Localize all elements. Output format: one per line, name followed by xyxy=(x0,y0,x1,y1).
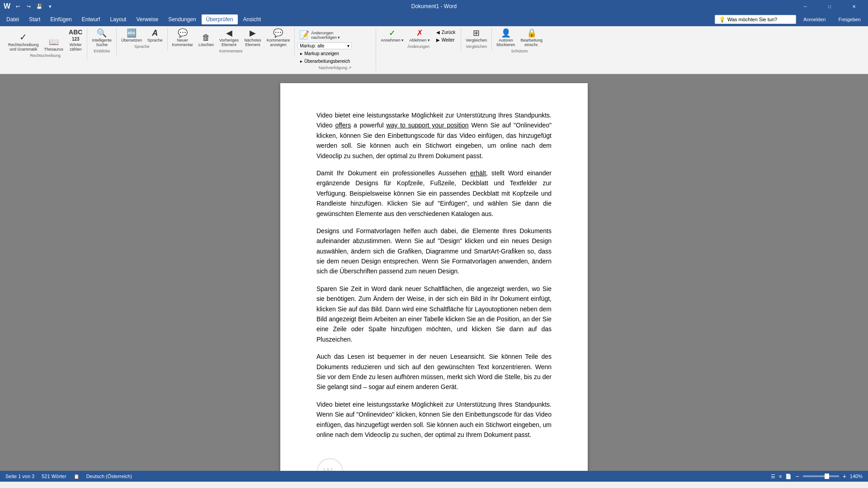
bearbeitung-einschraenken-button[interactable]: 🔒 Bearbeitungeinschr. xyxy=(519,28,544,48)
back-icon: ◀ xyxy=(436,30,440,35)
markup-dropdown[interactable]: Markup: alle ▾ xyxy=(297,42,352,49)
group-kommentare: 💬 NeuerKommentar 🗑 Löschen ◀ VorherigesE… xyxy=(168,28,295,55)
zoom-in-button[interactable]: + xyxy=(843,473,846,480)
group-label-schuetzen: Schützen xyxy=(495,49,544,53)
menu-einfuegen[interactable]: Einfügen xyxy=(46,14,76,24)
title-bar-left: W ↩ ↪ 💾 ▾ xyxy=(4,2,55,11)
undo-button[interactable]: ↩ xyxy=(13,2,22,11)
logo-area: W xyxy=(316,458,552,471)
uebersetzen-button[interactable]: 🔤 Übersetzen xyxy=(119,28,144,43)
save-button[interactable]: 💾 xyxy=(35,2,44,11)
annehmen-button[interactable]: ✓ Annehmen ▾ xyxy=(379,28,406,43)
neuer-kommentar-button[interactable]: 💬 NeuerKommentar xyxy=(170,28,195,48)
nav-buttons: ◀ Zurück ▶ Weiter xyxy=(434,29,458,43)
sign-in-button[interactable]: Anmelden xyxy=(800,15,830,24)
markup-anzeigen-button[interactable]: ▸ Markup anzeigen xyxy=(297,50,342,57)
prev-icon: ◀ xyxy=(226,29,232,37)
group-body-kommentare: 💬 NeuerKommentar 🗑 Löschen ◀ VorherigesE… xyxy=(170,28,292,48)
group-rechtschreibung: ✓ Rechtschreibungund Grammatik 📖 Thesaur… xyxy=(4,28,87,60)
zoom-slider[interactable] xyxy=(803,475,839,477)
compare-icon: ⊞ xyxy=(473,29,480,37)
weiter-button[interactable]: ▶ Weiter xyxy=(434,37,458,43)
restrict-edit-icon: 🔒 xyxy=(527,29,537,37)
share-button[interactable]: Freigeben xyxy=(833,15,866,24)
group-label-rechtschreibung: Rechtschreibung xyxy=(6,53,84,58)
translate-icon: 🔤 xyxy=(127,29,137,37)
status-bar-right: ☰ ≡ 📄 − + 140% xyxy=(771,473,863,480)
status-bar: Seite 1 von 3 521 Wörter 📋 Deutsch (Öste… xyxy=(0,471,868,482)
nachverfolgung-expand-icon[interactable]: ↗ xyxy=(348,66,352,70)
paragraph-4: Sparen Sie Zeit in Word dank neuer Schal… xyxy=(316,284,552,344)
sprache-button[interactable]: A Sprache xyxy=(146,28,165,43)
word-watermark-icon: W xyxy=(316,458,344,471)
ueberarbeitungsbereich-button[interactable]: ▸ Überarbeitungsbereich xyxy=(297,58,353,65)
group-label-einblicke: Einblicke xyxy=(90,49,113,53)
new-comment-icon: 💬 xyxy=(178,29,188,37)
group-label-nachverfolgung: Nachverfolgung ↗ xyxy=(297,66,373,70)
quick-access-dropdown[interactable]: ▾ xyxy=(46,2,55,11)
accept-icon: ✓ xyxy=(389,29,396,37)
quick-access-toolbar: ↩ ↪ 💾 ▾ xyxy=(13,2,55,11)
loeschen-button[interactable]: 🗑 Löschen xyxy=(197,33,216,48)
group-schuetzen: 👤 Autorenblockieren 🔒 Bearbeitungeinschr… xyxy=(492,28,547,55)
group-label-sprache: Sprache xyxy=(119,44,165,49)
view-layout-icon[interactable]: ≡ xyxy=(779,474,782,479)
group-einblicke: 🔍 IntelligenteSuche Einblicke xyxy=(87,28,117,55)
title-bar-controls: ─ □ ✕ xyxy=(795,0,864,13)
menu-bar: Datei Start Einfügen Entwurf Layout Verw… xyxy=(0,13,868,26)
markup-arrow-icon: ▾ xyxy=(347,43,349,48)
naechstes-element-button[interactable]: ▶ NächstesElement xyxy=(242,28,263,48)
redo-button[interactable]: ↪ xyxy=(24,2,33,11)
menu-verweise[interactable]: Verweise xyxy=(132,14,163,24)
ribbon: ✓ Rechtschreibungund Grammatik 📖 Thesaur… xyxy=(0,26,868,74)
vorheriges-element-button[interactable]: ◀ VorherigesElement xyxy=(217,28,241,48)
menu-start[interactable]: Start xyxy=(24,14,45,24)
ablehnen-button[interactable]: ✗ Ablehnen ▾ xyxy=(407,28,432,43)
autoren-blockieren-button[interactable]: 👤 Autorenblockieren xyxy=(495,28,517,48)
zoom-level: 140% xyxy=(850,474,863,479)
view-read-icon[interactable]: 📄 xyxy=(785,474,792,479)
group-body-aenderungen: ✓ Annehmen ▾ ✗ Ablehnen ▾ ◀ Zurück ▶ Wei… xyxy=(379,28,458,43)
group-body-rechtschreibung: ✓ Rechtschreibungund Grammatik 📖 Thesaur… xyxy=(6,28,84,52)
rechtschreibung-button[interactable]: ✓ Rechtschreibungund Grammatik xyxy=(6,32,41,52)
word-offers: offers xyxy=(335,122,351,129)
word-erhaelt: erhält xyxy=(470,169,486,177)
vergleichen-button[interactable]: ⊞ Vergleichen xyxy=(464,28,489,43)
ribbon-content: ✓ Rechtschreibungund Grammatik 📖 Thesaur… xyxy=(0,28,868,74)
word-count-button[interactable]: ABC123 Wörterzählen xyxy=(67,28,84,52)
zoom-out-button[interactable]: − xyxy=(795,473,799,480)
show-comments-icon: 💬 xyxy=(273,29,283,37)
thesaurus-button[interactable]: 📖 Thesaurus xyxy=(42,37,66,52)
document-area: Video bietet eine leistungsstarke Möglic… xyxy=(0,74,868,471)
page-info: Seite 1 von 3 xyxy=(5,474,34,479)
paragraph-6: Video bietet eine leistungsstarke Möglic… xyxy=(316,399,552,440)
phrase-way-to-support: way to support your position xyxy=(386,122,468,129)
markup-label: Markup: alle xyxy=(300,43,324,48)
kommentare-anzeigen-button[interactable]: 💬 Kommentareanzeigen xyxy=(265,28,292,48)
group-label-aenderungen: Änderungen xyxy=(379,44,458,49)
zoom-slider-handle[interactable] xyxy=(825,474,829,479)
smart-search-icon: 🔍 xyxy=(97,29,107,37)
maximize-button[interactable]: □ xyxy=(819,0,840,13)
minimize-button[interactable]: ─ xyxy=(795,0,816,13)
menu-uberpruefen[interactable]: Überprüfen xyxy=(202,14,238,24)
view-normal-icon[interactable]: ☰ xyxy=(771,474,775,479)
language-indicator-icon: 📋 xyxy=(74,474,79,479)
intelligente-suche-button[interactable]: 🔍 IntelligenteSuche xyxy=(90,28,113,48)
what-search-label: Was möchten Sie tun? xyxy=(727,17,777,22)
aenderungen-nachverfolgen-button[interactable]: 📝 Änderungennachverfolgen ▾ xyxy=(297,29,342,41)
zurueck-button[interactable]: ◀ Zurück xyxy=(434,29,458,36)
menu-layout[interactable]: Layout xyxy=(105,14,131,24)
thesaurus-icon: 📖 xyxy=(49,38,59,46)
markup-anzeigen-icon: ▸ xyxy=(300,51,302,56)
paragraph-5: Auch das Lesen ist bequemer in der neuen… xyxy=(316,352,552,392)
menu-datei[interactable]: Datei xyxy=(2,14,24,24)
lightbulb-icon: 💡 xyxy=(719,16,726,23)
menu-entwurf[interactable]: Entwurf xyxy=(77,14,105,24)
word-logo-icon: W xyxy=(4,2,10,10)
what-search-input[interactable]: 💡 Was möchten Sie tun? xyxy=(715,15,796,24)
document-page[interactable]: Video bietet eine leistungsstarke Möglic… xyxy=(280,83,588,471)
menu-ansicht[interactable]: Ansicht xyxy=(239,14,265,24)
menu-sendungen[interactable]: Sendungen xyxy=(164,14,200,24)
close-button[interactable]: ✕ xyxy=(844,0,864,13)
